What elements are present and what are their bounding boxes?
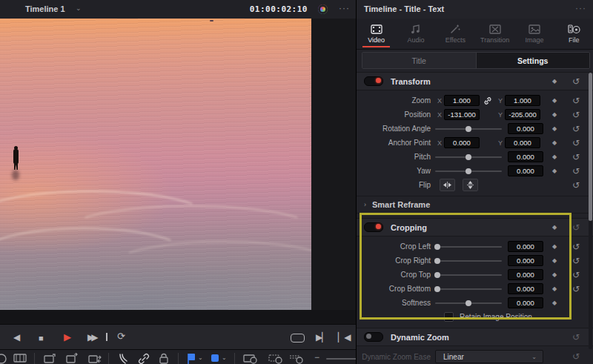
keyframe-diamond-icon[interactable]: ◆	[543, 271, 566, 278]
lock-icon[interactable]	[159, 353, 169, 364]
yaw-slider[interactable]	[435, 171, 502, 172]
razor-icon[interactable]	[117, 353, 129, 364]
reset-icon[interactable]: ↺	[566, 256, 586, 266]
keyframe-diamond-icon[interactable]: ◆	[543, 257, 566, 264]
keyframe-diamond-icon[interactable]: ◆	[543, 285, 566, 292]
smart-reframe-section[interactable]: › Smart Reframe	[357, 196, 593, 214]
reset-icon[interactable]: ↺	[566, 222, 586, 233]
flip-horizontal-button[interactable]	[440, 179, 455, 191]
play-button[interactable]: ▶	[64, 331, 71, 343]
keyframe-diamond-icon[interactable]: ◆	[543, 168, 566, 174]
rewind-button[interactable]: ◀	[13, 331, 20, 343]
trim-edit-mode-icon[interactable]	[13, 353, 27, 364]
snapshot-icon[interactable]	[268, 353, 283, 364]
reset-icon[interactable]: ↺	[566, 284, 586, 294]
zoom-y-field[interactable]: 1.000	[505, 95, 540, 106]
reset-icon[interactable]: ↺	[566, 110, 586, 120]
video-preview[interactable]	[0, 19, 311, 310]
keyframe-diamond-icon[interactable]: ◆	[543, 125, 566, 132]
anchor-x-field[interactable]: 0.000	[444, 137, 480, 148]
reset-icon[interactable]: ↺	[566, 242, 586, 252]
color-grading-icon[interactable]	[318, 4, 328, 14]
tab-video[interactable]: Video	[357, 19, 396, 49]
keyframe-diamond-icon[interactable]: ◆	[543, 153, 566, 160]
subtab-title[interactable]: Title	[362, 53, 477, 68]
marker-icon[interactable]	[211, 353, 219, 364]
flag-color-chevron-icon[interactable]: ⌄	[198, 354, 203, 361]
softness-slider[interactable]	[435, 302, 502, 304]
reset-icon[interactable]: ↺	[566, 152, 586, 162]
crop-bottom-slider[interactable]	[435, 288, 502, 290]
crop-right-slider[interactable]	[435, 260, 502, 262]
timeline-dropdown-chevron-icon[interactable]: ⌄	[76, 4, 82, 12]
keyframe-diamond-icon[interactable]: ◆	[543, 243, 566, 250]
flag-icon[interactable]	[187, 353, 196, 364]
reset-icon[interactable]: ↺	[566, 332, 586, 343]
keyframe-diamond-icon[interactable]: ◆	[543, 139, 566, 146]
crop-top-field[interactable]: 0.000	[508, 269, 543, 280]
reset-icon[interactable]: ↺	[566, 180, 586, 191]
subtab-settings[interactable]: Settings	[477, 53, 590, 68]
rotation-angle-slider[interactable]	[435, 128, 502, 130]
timeline-name[interactable]: Timeline 1	[25, 4, 65, 13]
inspector-options-icon[interactable]: ···	[575, 3, 586, 13]
loop-button[interactable]: ⟳	[117, 331, 125, 343]
reset-icon[interactable]: ↺	[566, 270, 586, 280]
reset-icon[interactable]: ↺	[566, 124, 586, 134]
overwrite-clip-icon[interactable]	[65, 353, 79, 364]
reset-icon[interactable]: ↺	[566, 76, 586, 87]
softness-field[interactable]: 0.000	[508, 297, 543, 308]
go-to-end-button[interactable]: ▶▏	[316, 331, 328, 343]
go-to-start-button[interactable]: ▏◀	[338, 331, 350, 343]
rotation-angle-field[interactable]: 0.000	[508, 123, 543, 134]
tab-audio[interactable]: Audio	[396, 19, 435, 49]
pitch-field[interactable]: 0.000	[508, 151, 543, 162]
cropping-enable-toggle[interactable]	[364, 222, 383, 232]
flip-vertical-button[interactable]	[463, 179, 478, 191]
crop-left-field[interactable]: 0.000	[508, 241, 543, 252]
insert-clip-icon[interactable]	[43, 353, 56, 364]
loop-range-icon[interactable]	[291, 334, 305, 343]
grab-still-icon[interactable]	[289, 353, 304, 364]
stop-button[interactable]: ■	[39, 332, 44, 344]
keyframe-diamond-icon[interactable]: ◆	[543, 300, 566, 306]
transform-enable-toggle[interactable]	[364, 76, 383, 86]
dynamic-zoom-enable-toggle[interactable]	[364, 332, 383, 342]
position-y-field[interactable]: -205.000	[505, 109, 540, 120]
zoom-out-icon[interactable]: −	[314, 352, 319, 363]
inspector-scrollbar-thumb[interactable]	[589, 73, 592, 221]
yaw-field[interactable]: 0.000	[508, 165, 543, 176]
reset-icon[interactable]: ↺	[566, 166, 586, 176]
keyframe-diamond-icon[interactable]: ◆	[543, 111, 566, 118]
crop-top-slider[interactable]	[435, 274, 502, 276]
tab-file[interactable]: File	[554, 19, 593, 49]
timeline-options-icon[interactable]	[0, 353, 7, 364]
fast-forward-button[interactable]: ▶▶	[87, 331, 95, 343]
dynamic-zoom-ease-dropdown[interactable]: Linear ⌄	[435, 350, 543, 363]
reset-icon[interactable]: ↺	[566, 138, 586, 148]
timeline-view-icon[interactable]	[243, 353, 258, 364]
expand-chevron-icon[interactable]: ›	[364, 201, 366, 208]
keyframe-diamond-icon[interactable]: ◆	[543, 78, 566, 85]
viewer-options-icon[interactable]: ···	[339, 3, 350, 13]
retain-image-position-checkbox[interactable]	[444, 312, 454, 322]
link-clips-icon[interactable]	[138, 353, 150, 364]
crop-right-field[interactable]: 0.000	[508, 255, 543, 266]
tab-image[interactable]: Image	[514, 19, 554, 49]
crop-left-slider[interactable]	[435, 246, 502, 248]
reset-icon[interactable]: ↺	[566, 351, 586, 362]
tab-transition[interactable]: Transition	[475, 19, 514, 49]
reset-icon[interactable]: ↺	[566, 96, 586, 106]
crop-bottom-field[interactable]: 0.000	[508, 283, 543, 294]
position-x-field[interactable]: -131.000	[444, 109, 480, 120]
keyframe-diamond-icon[interactable]: ◆	[543, 97, 566, 104]
keyframe-diamond-icon[interactable]: ◆	[543, 224, 566, 231]
pitch-slider[interactable]	[435, 156, 502, 158]
anchor-y-field[interactable]: 0.000	[505, 137, 540, 148]
row-label: Crop Left	[357, 242, 431, 251]
marker-color-chevron-icon[interactable]: ⌄	[222, 354, 227, 361]
link-xy-icon[interactable]	[480, 96, 496, 105]
replace-clip-icon[interactable]	[87, 353, 102, 364]
tab-effects[interactable]: Effects	[436, 19, 475, 49]
zoom-x-field[interactable]: 1.000	[444, 95, 480, 106]
